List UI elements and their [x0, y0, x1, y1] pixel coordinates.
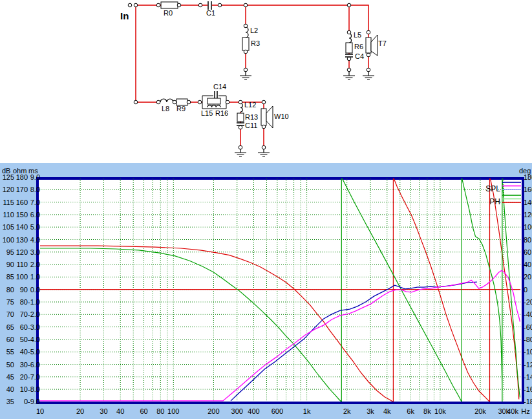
node[interactable] [218, 3, 222, 7]
node[interactable] [262, 145, 266, 149]
node[interactable] [367, 68, 370, 72]
y-axis-label-ms: 8.0 [30, 186, 40, 193]
component-parallel-block[interactable]: C14 L15 R16 [201, 83, 228, 117]
component-R6[interactable]: R6 [346, 43, 363, 53]
y-axis-label-db: 45 [6, 373, 14, 381]
y-axis-label-deg: -100 [524, 348, 532, 356]
node[interactable] [128, 3, 132, 7]
y-axis-label-db: 95 [6, 248, 14, 256]
component-W10[interactable]: W10 [261, 106, 289, 128]
component-label: L8 [162, 105, 169, 113]
y-axis-label-ms: 4.0 [30, 236, 40, 244]
schematic-canvas: R0 C1 L2 R3 L5 R6 C4 T7 L8 R9 C14 [0, 0, 532, 163]
y-axis-label-deg: 40 [524, 261, 531, 268]
node[interactable] [244, 50, 248, 54]
component-label: C4 [355, 52, 364, 60]
capacitor-plates[interactable] [345, 54, 353, 57]
node[interactable] [187, 100, 191, 104]
node[interactable] [134, 3, 138, 7]
node[interactable] [177, 3, 181, 7]
node[interactable] [244, 3, 248, 7]
y-axis-label-deg: 120 [524, 211, 532, 219]
capacitor-plates[interactable] [237, 123, 244, 125]
resistor-body[interactable] [346, 43, 352, 53]
y-axis-label-ohm: 100 [16, 273, 28, 281]
y-axis-label-ohm: 110 [16, 261, 28, 268]
x-axis-label: 200 [207, 407, 219, 415]
node[interactable] [156, 3, 160, 7]
y-axis-label-deg: -160 [524, 385, 532, 393]
plot-area[interactable] [37, 178, 523, 403]
node[interactable] [239, 125, 242, 129]
speaker-horn[interactable] [266, 106, 273, 128]
speaker-body[interactable] [366, 38, 371, 53]
y-axis-label-db: 85 [6, 273, 14, 281]
x-axis-label: 40 [116, 407, 124, 415]
speaker-horn[interactable] [371, 35, 378, 56]
inductor-coil[interactable] [246, 27, 248, 38]
y-axis-label-ohm: 160 [16, 199, 28, 206]
inductor-coil[interactable] [240, 103, 242, 112]
node[interactable] [226, 100, 229, 104]
y-axis-label-deg: -20 [524, 298, 532, 306]
legend-label-spl[interactable]: SPL [485, 184, 500, 193]
y-axis-label-deg: 80 [524, 236, 531, 244]
component-R3[interactable]: R3 [242, 38, 260, 50]
x-axis-label: 10 [36, 407, 44, 415]
node[interactable] [156, 100, 160, 104]
component-label: L5 [354, 31, 361, 39]
y-axis-label-db: 115 [3, 199, 14, 206]
component-R0[interactable]: R0 [161, 2, 178, 17]
resistor-body[interactable] [207, 98, 220, 104]
y-axis-label-db: 55 [6, 348, 14, 356]
x-axis-label: 2k [343, 407, 351, 415]
node[interactable] [262, 100, 266, 104]
y-axis-label-db: 40 [6, 385, 14, 393]
y-axis-label-ohm: 40 [20, 348, 28, 356]
wire [212, 5, 368, 38]
inductor-coil[interactable] [207, 105, 220, 107]
node[interactable] [262, 125, 266, 129]
node[interactable] [367, 53, 370, 57]
y-axis-label-db: 125 [3, 173, 14, 181]
node[interactable] [347, 68, 351, 72]
component-R13[interactable]: R13 [237, 113, 258, 122]
node[interactable] [239, 145, 242, 149]
component-L2[interactable]: L2 [246, 27, 258, 38]
component-C1[interactable]: C1 [206, 1, 215, 17]
component-T7[interactable]: T7 [366, 35, 387, 56]
y-axis-label-ms: 1.0 [30, 273, 40, 281]
node[interactable] [198, 3, 202, 7]
y-axis-label-ohm: 60 [20, 323, 28, 331]
node[interactable] [244, 68, 248, 72]
y-axis-label-ohm: 130 [16, 236, 28, 244]
component-R9[interactable]: R9 [176, 99, 187, 113]
node[interactable] [347, 57, 351, 61]
y-axis-label-ohm: 50 [20, 336, 28, 343]
inductor-coil[interactable] [160, 99, 173, 102]
resistor-body[interactable] [237, 113, 244, 122]
speaker-body[interactable] [261, 109, 266, 125]
y-axis-label-ms: 9.0 [30, 173, 40, 181]
inductor-coil[interactable] [349, 34, 352, 43]
node[interactable] [198, 100, 202, 104]
node[interactable] [367, 30, 370, 34]
node[interactable] [239, 100, 242, 104]
node[interactable] [173, 100, 176, 104]
legend-label-ph[interactable]: PH [489, 197, 500, 206]
component-L8[interactable]: L8 [160, 99, 173, 113]
node[interactable] [347, 30, 351, 34]
y-axis-label-ohm: 10 [20, 385, 28, 393]
y-axis-label-ms: 3.0 [30, 248, 40, 256]
component-label: L15 [201, 109, 213, 117]
response-chart: SPLPHdBohmmsdeg1251809.01801201708.01601… [0, 163, 532, 419]
y-axis-label-db: 70 [6, 310, 14, 318]
node[interactable] [134, 100, 138, 104]
x-axis-label: 6k [407, 407, 414, 415]
resistor-body[interactable] [242, 38, 249, 50]
y-axis-label-ohm: 20 [20, 373, 28, 381]
y-axis-label-ms: -2.0 [28, 310, 40, 318]
node[interactable] [244, 24, 248, 28]
resistor-body[interactable] [161, 2, 178, 8]
node[interactable] [347, 3, 351, 7]
